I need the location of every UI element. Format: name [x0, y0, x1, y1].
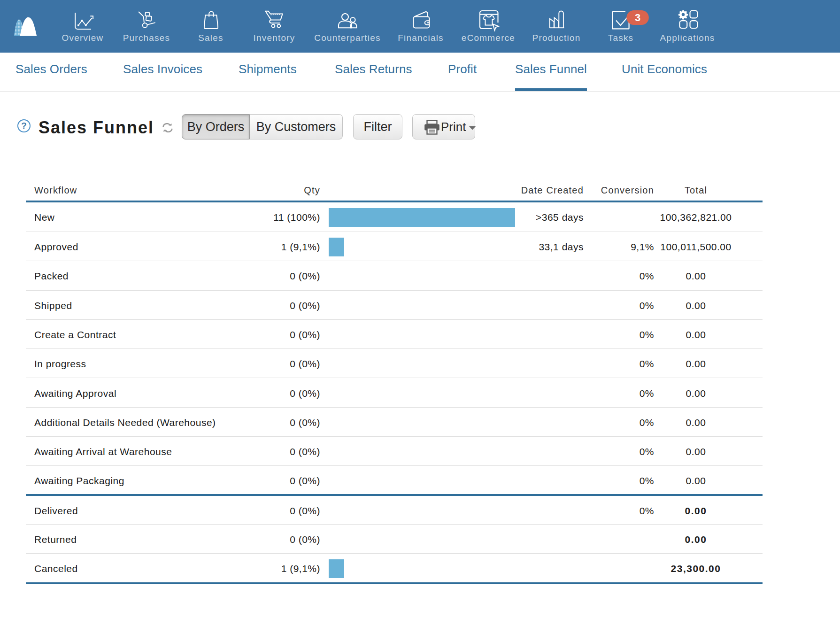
svg-text:3: 3 — [635, 12, 640, 23]
